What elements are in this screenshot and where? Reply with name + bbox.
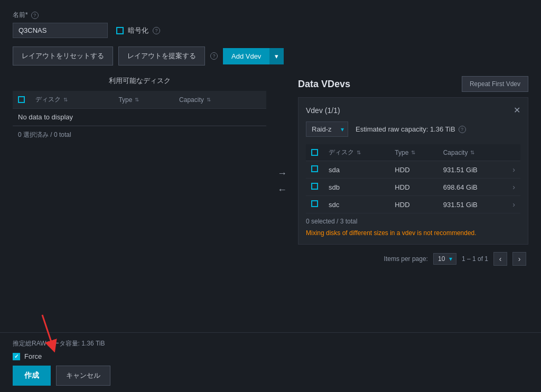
vdev-type-col-header: Type xyxy=(395,149,408,156)
force-label: Force xyxy=(24,352,42,360)
disk-type-1: HDD xyxy=(389,179,437,196)
available-disks-table: ディスク ⇅ Type ⇅ Capacity xyxy=(13,91,266,126)
vdev-card: Vdev (1/1) ✕ Raid-z Estimated raw capaci… xyxy=(298,97,528,245)
repeat-first-vdev-button[interactable]: Repeat First Vdev xyxy=(462,76,528,92)
disk-capacity-1: 698.64 GiB xyxy=(438,179,508,196)
items-per-page-wrapper: 10 25 50 xyxy=(433,253,456,265)
suggest-layout-button[interactable]: レイアウトを提案する xyxy=(118,46,205,66)
name-label: 名前* xyxy=(13,11,28,20)
available-disks-title: 利用可能なディスク xyxy=(13,76,266,86)
encrypt-label: 暗号化 xyxy=(128,26,148,35)
vdev-title: Vdev (1/1) xyxy=(306,106,340,115)
prev-page-button[interactable]: ‹ xyxy=(493,252,507,266)
vdev-disk-table: ディスク ⇅ Type ⇅ xyxy=(306,144,520,213)
estimated-capacity: Estimated raw capacity: 1.36 TiB ? xyxy=(356,125,466,133)
back-arrow-button[interactable]: ← xyxy=(277,184,287,195)
bottom-bar: 推定総RAWデータ容量: 1.36 TiB ✓ Force 作成 キャンセル xyxy=(0,332,541,392)
vdev-disk-sort-icon[interactable]: ⇅ xyxy=(357,150,361,155)
reset-layout-button[interactable]: レイアウトをリセットする xyxy=(13,46,113,66)
capacity-col-header: Capacity xyxy=(179,96,204,104)
left-selection-summary: 0 選択済み / 0 total xyxy=(13,126,266,144)
force-checkbox[interactable]: ✓ xyxy=(13,353,20,360)
table-row[interactable]: sda HDD 931.51 GiB › xyxy=(306,161,520,179)
transfer-arrows: → ← xyxy=(266,76,298,266)
no-data-row: No data to display xyxy=(13,109,266,126)
mix-warning: Mixing disks of different sizes in a vde… xyxy=(306,229,520,237)
capacity-help-icon[interactable]: ? xyxy=(459,126,466,133)
raw-capacity-info: 推定総RAWデータ容量: 1.36 TiB xyxy=(13,339,528,348)
cancel-button[interactable]: キャンセル xyxy=(56,366,110,386)
add-vdev-split-button: Add Vdev ▾ xyxy=(223,48,284,64)
encrypt-checkbox[interactable] xyxy=(116,27,124,34)
items-per-page-label: Items per page: xyxy=(384,255,428,263)
vdev-type-sort-icon[interactable]: ⇅ xyxy=(411,150,415,155)
forward-arrow-button[interactable]: → xyxy=(277,168,287,179)
raid-type-select[interactable]: Raid-z xyxy=(306,122,348,137)
table-row[interactable]: sdb HDD 698.64 GiB › xyxy=(306,179,520,196)
capacity-sort-icon[interactable]: ⇅ xyxy=(207,97,211,102)
disk-row-checkbox-0[interactable] xyxy=(311,165,318,172)
page-info: 1 – 1 of 1 xyxy=(462,255,488,263)
disk-name-1: sdb xyxy=(323,179,389,196)
disk-row-checkbox-2[interactable] xyxy=(311,200,318,207)
disk-type-0: HDD xyxy=(389,161,437,179)
name-input[interactable] xyxy=(13,23,108,38)
vdev-disk-col-header: ディスク xyxy=(329,148,354,157)
add-vdev-button[interactable]: Add Vdev xyxy=(223,48,269,64)
name-help-icon[interactable]: ? xyxy=(31,12,39,19)
raid-type-wrapper: Raid-z xyxy=(306,122,348,137)
select-all-checkbox[interactable] xyxy=(18,96,25,103)
vdev-capacity-sort-icon[interactable]: ⇅ xyxy=(470,150,474,155)
vdev-select-all-checkbox[interactable] xyxy=(311,149,318,156)
next-page-button[interactable]: › xyxy=(512,252,526,266)
type-sort-icon[interactable]: ⇅ xyxy=(135,97,139,102)
disk-type-2: HDD xyxy=(389,196,437,213)
disk-capacity-0: 931.51 GiB xyxy=(438,161,508,179)
disk-row-checkbox-1[interactable] xyxy=(311,183,318,190)
disk-sort-icon[interactable]: ⇅ xyxy=(63,97,68,102)
data-vdevs-title: Data VDevs xyxy=(298,79,350,90)
create-button[interactable]: 作成 xyxy=(13,366,51,386)
table-row[interactable]: sdc HDD 931.51 GiB › xyxy=(306,196,520,213)
disk-name-2: sdc xyxy=(323,196,389,213)
disk-row-chevron-2[interactable]: › xyxy=(512,200,515,209)
vdev-capacity-col-header: Capacity xyxy=(443,149,468,156)
suggest-help-icon[interactable]: ? xyxy=(210,52,218,60)
disk-row-chevron-0[interactable]: › xyxy=(512,165,515,174)
force-checkmark: ✓ xyxy=(14,353,18,359)
add-vdev-dropdown-button[interactable]: ▾ xyxy=(269,48,284,64)
encrypt-help-icon[interactable]: ? xyxy=(153,27,160,34)
disk-row-chevron-1[interactable]: › xyxy=(512,183,515,191)
disk-capacity-2: 931.51 GiB xyxy=(438,196,508,213)
vdev-close-button[interactable]: ✕ xyxy=(514,105,520,115)
type-col-header: Type xyxy=(118,96,132,104)
vdev-selection-summary: 0 selected / 3 total xyxy=(306,218,357,225)
disk-col-header: ディスク xyxy=(35,95,61,104)
disk-name-0: sda xyxy=(323,161,389,179)
pagination-row: Items per page: 10 25 50 1 – 1 of 1 ‹ › xyxy=(298,252,528,266)
items-per-page-select[interactable]: 10 25 50 xyxy=(433,253,456,265)
